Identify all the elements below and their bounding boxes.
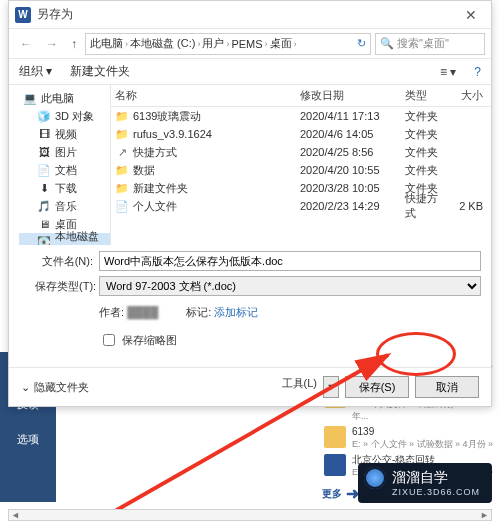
file-date: 2020/4/20 10:55 <box>296 164 401 176</box>
col-name[interactable]: 名称 <box>111 88 296 103</box>
watermark-text: 溜溜自学 <box>392 469 448 485</box>
tools-button[interactable]: 工具(L) <box>282 376 317 398</box>
drive-icon: 💻 <box>23 92 37 105</box>
filename-label: 文件名(N): <box>35 254 93 269</box>
tree-label: 音乐 <box>55 199 77 214</box>
search-placeholder: 搜索"桌面" <box>397 36 449 51</box>
watermark: 溜溜自学 ZIXUE.3D66.COM <box>358 463 492 503</box>
back-button[interactable]: ← <box>15 33 37 55</box>
tree-item[interactable]: 💻此电脑 <box>19 89 110 107</box>
tree-label: 视频 <box>55 127 77 142</box>
tree-item[interactable]: 🖼图片 <box>19 143 110 161</box>
file-row[interactable]: 📄个人文件2020/2/23 14:29快捷方式2 KB <box>111 197 491 215</box>
file-type: 文件夹 <box>401 127 451 142</box>
file-list: 名称 修改日期 类型 大小 📁6139玻璃震动2020/4/11 17:13文件… <box>111 85 491 245</box>
save-thumbnail-checkbox[interactable] <box>103 334 115 346</box>
file-name: 数据 <box>133 163 155 178</box>
tree-item[interactable]: 🧊3D 对象 <box>19 107 110 125</box>
file-type: 文件夹 <box>401 145 451 160</box>
tree-item[interactable]: ⬇下载 <box>19 179 110 197</box>
crumb[interactable]: 此电脑 <box>90 36 123 51</box>
file-type: 快捷方式 <box>401 191 451 221</box>
author-label: 作者: <box>99 306 124 318</box>
filetype-label: 保存类型(T): <box>35 279 93 294</box>
drive-icon: 🎞 <box>37 128 51 140</box>
crumb[interactable]: 用户 <box>202 36 224 51</box>
action-bar: ⌄ 隐藏文件夹 工具(L) ▼ 保存(S) 取消 <box>9 367 491 406</box>
organize-button[interactable]: 组织 ▾ <box>19 63 52 80</box>
drive-icon: 🖥 <box>37 218 51 230</box>
file-row[interactable]: 📁rufus_v3.9.16242020/4/6 14:05文件夹 <box>111 125 491 143</box>
hide-folders-toggle[interactable]: ⌄ 隐藏文件夹 <box>21 380 89 395</box>
forward-button: → <box>41 33 63 55</box>
tree-item[interactable]: 🎵音乐 <box>19 197 110 215</box>
tree-item[interactable]: 📄文档 <box>19 161 110 179</box>
save-button[interactable]: 保存(S) <box>345 376 409 398</box>
file-list-header: 名称 修改日期 类型 大小 <box>111 85 491 107</box>
crumb[interactable]: PEMS <box>231 38 262 50</box>
file-type-icon: 📁 <box>115 128 129 141</box>
up-button[interactable]: ↑ <box>67 37 81 51</box>
close-icon[interactable]: ✕ <box>457 5 485 25</box>
scroll-left-icon[interactable]: ◄ <box>11 510 20 520</box>
file-date: 2020/4/11 17:13 <box>296 110 401 122</box>
file-date: 2020/4/25 8:56 <box>296 146 401 158</box>
tools-dropdown[interactable]: ▼ <box>323 376 339 398</box>
drive-icon: 🧊 <box>37 110 51 123</box>
folder-tree: 💻此电脑🧊3D 对象🎞视频🖼图片📄文档⬇下载🎵音乐🖥桌面💽本地磁盘 (C:)💽本… <box>9 85 111 245</box>
cancel-button[interactable]: 取消 <box>415 376 479 398</box>
watermark-sub: ZIXUE.3D66.COM <box>392 487 480 497</box>
drive-icon: 💽 <box>37 236 51 246</box>
file-name: 6139玻璃震动 <box>133 109 201 124</box>
watermark-logo-icon <box>364 467 386 489</box>
file-date: 2020/4/6 14:05 <box>296 128 401 140</box>
view-options-button[interactable]: ≡ ▾ <box>440 65 456 79</box>
col-size[interactable]: 大小 <box>451 88 491 103</box>
crumb[interactable]: 桌面 <box>270 36 292 51</box>
new-folder-button[interactable]: 新建文件夹 <box>70 63 130 80</box>
file-row[interactable]: ↗快捷方式2020/4/25 8:56文件夹 <box>111 143 491 161</box>
drive-icon: 📄 <box>37 164 51 177</box>
tags-value[interactable]: 添加标记 <box>214 306 258 318</box>
search-icon: 🔍 <box>380 37 394 50</box>
tree-label: 3D 对象 <box>55 109 94 124</box>
scroll-right-icon[interactable]: ► <box>480 510 489 520</box>
tree-label: 文档 <box>55 163 77 178</box>
tree-label: 此电脑 <box>41 91 74 106</box>
tags-label: 标记: <box>186 306 211 318</box>
backstage-item[interactable]: 选项 <box>17 432 39 447</box>
file-row[interactable]: 📁数据2020/4/20 10:55文件夹 <box>111 161 491 179</box>
save-thumbnail-label: 保存缩略图 <box>122 333 177 348</box>
search-input[interactable]: 🔍 搜索"桌面" <box>375 33 485 55</box>
author-value[interactable]: ████ <box>127 306 158 318</box>
word-file-icon <box>324 454 346 476</box>
more-label: 更多 <box>322 487 342 501</box>
recent-item[interactable]: 6139E: » 个人文件 » 试验数据 » 4月份 » <box>322 424 498 452</box>
title-bar: W 另存为 ✕ <box>9 1 491 29</box>
file-row[interactable]: 📁6139玻璃震动2020/4/11 17:13文件夹 <box>111 107 491 125</box>
window-title: 另存为 <box>37 6 457 23</box>
toolbar: 组织 ▾ 新建文件夹 ≡ ▾ ? <box>9 59 491 85</box>
help-icon[interactable]: ? <box>474 65 481 79</box>
tree-label: 下载 <box>55 181 77 196</box>
file-type-icon: 📁 <box>115 182 129 195</box>
horizontal-scrollbar[interactable]: ◄ ► <box>8 509 492 521</box>
refresh-icon[interactable]: ↻ <box>357 37 366 50</box>
chevron-down-icon: ⌄ <box>21 381 30 394</box>
file-type-icon: 📁 <box>115 110 129 123</box>
crumb[interactable]: 本地磁盘 (C:) <box>130 36 195 51</box>
tree-item[interactable]: 🎞视频 <box>19 125 110 143</box>
filename-input[interactable] <box>99 251 481 271</box>
col-type[interactable]: 类型 <box>401 88 451 103</box>
drive-icon: 🎵 <box>37 200 51 213</box>
tree-label: 图片 <box>55 145 77 160</box>
form-area: 文件名(N): 保存类型(T): Word 97-2003 文档 (*.doc)… <box>9 245 491 353</box>
file-type: 文件夹 <box>401 163 451 178</box>
file-name: 快捷方式 <box>133 145 177 160</box>
filetype-select[interactable]: Word 97-2003 文档 (*.doc) <box>99 276 481 296</box>
file-type-icon: 📁 <box>115 164 129 177</box>
tree-item[interactable]: 💽本地磁盘 (C:) <box>19 233 110 245</box>
breadcrumb[interactable]: 此电脑› 本地磁盘 (C:)› 用户› PEMS› 桌面› ↻ <box>85 33 371 55</box>
col-date[interactable]: 修改日期 <box>296 88 401 103</box>
file-size: 2 KB <box>451 200 491 212</box>
